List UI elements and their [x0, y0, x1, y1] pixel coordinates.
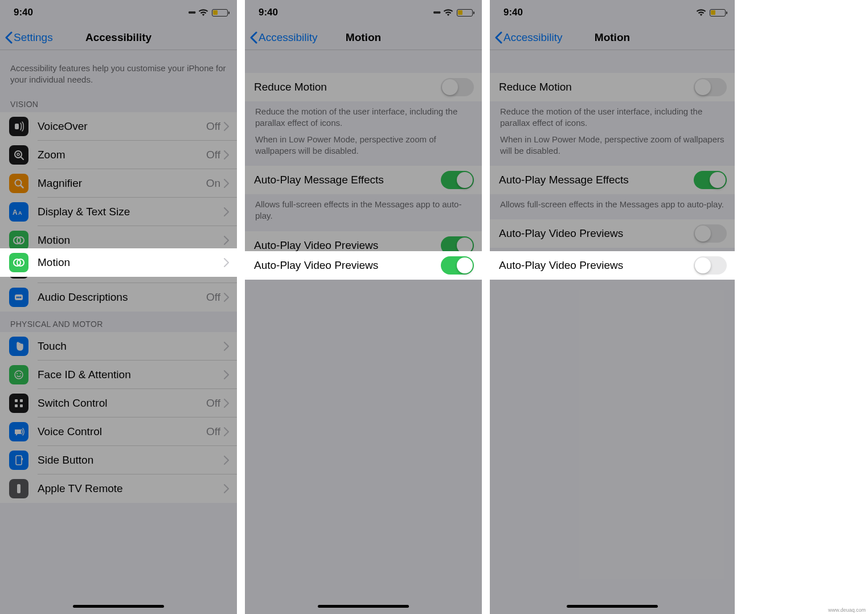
- row-autoplay-video-highlight[interactable]: Auto-Play Video Previews: [245, 251, 482, 280]
- audio-descriptions-icon: [9, 288, 28, 307]
- row-label: Motion: [38, 256, 224, 269]
- svg-point-11: [20, 296, 22, 298]
- row-reduce-motion[interactable]: Reduce Motion: [490, 73, 735, 101]
- row-motion-highlight[interactable]: Motion: [0, 248, 237, 277]
- section-motor: PHYSICAL AND MOTOR: [0, 312, 237, 332]
- row-faceid[interactable]: Face ID & Attention: [0, 361, 237, 389]
- toggle-autoplay-video-off[interactable]: [694, 256, 727, 275]
- row-voiceover[interactable]: VoiceOver Off: [0, 112, 237, 141]
- status-bar: 9:40 ••••: [245, 0, 482, 25]
- row-autoplay-video[interactable]: Auto-Play Video Previews: [490, 219, 735, 248]
- row-label: Reduce Motion: [499, 81, 694, 93]
- svg-point-14: [20, 373, 21, 374]
- row-label: Auto-Play Video Previews: [499, 259, 694, 272]
- row-label: Motion: [38, 234, 224, 247]
- svg-rect-17: [15, 404, 18, 407]
- back-label: Accessibility: [503, 31, 562, 44]
- row-side-button[interactable]: Side Button: [0, 446, 237, 474]
- svg-rect-15: [15, 399, 18, 402]
- svg-rect-0: [15, 124, 19, 129]
- row-label: Auto-Play Message Effects: [254, 174, 441, 186]
- touch-icon: [9, 337, 28, 356]
- row-label: Voice Control: [38, 425, 206, 438]
- svg-point-12: [15, 371, 23, 379]
- faceid-icon: [9, 365, 28, 384]
- row-label: Auto-Play Video Previews: [254, 259, 441, 272]
- footer-line: Reduce the motion of the user interface,…: [255, 106, 472, 129]
- row-autoplay-messages[interactable]: Auto-Play Message Effects: [245, 166, 482, 194]
- chevron-right-icon: [224, 122, 229, 131]
- svg-text:A: A: [13, 208, 18, 216]
- chevron-right-icon: [224, 293, 229, 302]
- back-button[interactable]: Accessibility: [490, 31, 562, 44]
- row-label: Switch Control: [38, 397, 206, 410]
- home-indicator[interactable]: [490, 599, 735, 614]
- row-value: Off: [206, 291, 220, 304]
- row-value: Off: [206, 397, 220, 410]
- row-label: VoiceOver: [38, 120, 206, 133]
- row-voice-control[interactable]: Voice Control Off: [0, 417, 237, 446]
- svg-rect-18: [20, 404, 23, 407]
- reduce-motion-footer: Reduce the motion of the user interface,…: [245, 101, 482, 166]
- back-button[interactable]: Settings: [0, 31, 53, 44]
- row-display[interactable]: AA Display & Text Size: [0, 198, 237, 226]
- row-label: Auto-Play Video Previews: [499, 227, 694, 240]
- footer-line: Reduce the motion of the user interface,…: [500, 106, 724, 129]
- svg-point-10: [18, 296, 20, 298]
- cellular-dots-icon: ••••: [188, 8, 195, 17]
- svg-point-1: [15, 151, 22, 158]
- chevron-left-icon: [5, 31, 13, 44]
- row-magnifier[interactable]: Magnifier On: [0, 169, 237, 198]
- toggle-autoplay-messages[interactable]: [694, 171, 727, 189]
- nav-bar: Accessibility Motion: [490, 25, 735, 50]
- chevron-right-icon: [224, 399, 229, 408]
- magnifier-icon: [9, 174, 28, 193]
- home-indicator[interactable]: [0, 599, 237, 614]
- motion-icon: [9, 253, 28, 272]
- screen-motion-on: 9:40 •••• Accessibility Motion Reduce Mo…: [245, 0, 490, 614]
- row-zoom[interactable]: Zoom Off: [0, 141, 237, 169]
- chevron-right-icon: [224, 179, 229, 188]
- autoplay-msg-footer: Allows full-screen effects in the Messag…: [245, 194, 482, 231]
- wifi-icon: [198, 9, 208, 17]
- cellular-dots-icon: ••••: [433, 8, 440, 17]
- row-autoplay-video-highlight[interactable]: Auto-Play Video Previews: [490, 251, 735, 280]
- row-apple-tv[interactable]: Apple TV Remote: [0, 474, 237, 503]
- chevron-right-icon: [224, 258, 229, 267]
- apple-tv-remote-icon: [9, 479, 28, 498]
- row-label: Auto-Play Video Previews: [254, 239, 441, 252]
- back-label: Settings: [14, 31, 53, 44]
- svg-point-9: [17, 296, 18, 298]
- wifi-icon: [696, 9, 706, 17]
- row-label: Auto-Play Message Effects: [499, 174, 694, 186]
- chevron-right-icon: [224, 484, 229, 493]
- toggle-autoplay-messages[interactable]: [441, 171, 474, 189]
- row-label: Zoom: [38, 149, 206, 161]
- row-label: Touch: [38, 340, 224, 353]
- row-value: On: [206, 177, 220, 190]
- svg-text:A: A: [18, 210, 22, 216]
- row-reduce-motion[interactable]: Reduce Motion: [245, 73, 482, 101]
- nav-bar: Settings Accessibility: [0, 25, 237, 50]
- toggle-autoplay-video[interactable]: [694, 224, 727, 243]
- toggle-reduce-motion[interactable]: [441, 78, 474, 96]
- back-button[interactable]: Accessibility: [245, 31, 317, 44]
- row-label: Side Button: [38, 454, 224, 466]
- row-touch[interactable]: Touch: [0, 332, 237, 361]
- chevron-right-icon: [224, 456, 229, 465]
- row-autoplay-messages[interactable]: Auto-Play Message Effects: [490, 166, 735, 194]
- toggle-reduce-motion[interactable]: [694, 78, 727, 96]
- switch-control-icon: [9, 394, 28, 413]
- chevron-left-icon: [494, 31, 502, 44]
- row-audio-desc[interactable]: Audio Descriptions Off: [0, 283, 237, 312]
- wifi-icon: [443, 9, 453, 17]
- status-time: 9:40: [503, 7, 523, 18]
- svg-point-2: [17, 153, 19, 155]
- nav-bar: Accessibility Motion: [245, 25, 482, 50]
- svg-rect-16: [20, 399, 23, 402]
- toggle-autoplay-video-on[interactable]: [441, 256, 474, 275]
- zoom-icon: [9, 145, 28, 165]
- home-indicator[interactable]: [245, 599, 482, 614]
- chevron-right-icon: [224, 236, 229, 245]
- row-switch-control[interactable]: Switch Control Off: [0, 389, 237, 417]
